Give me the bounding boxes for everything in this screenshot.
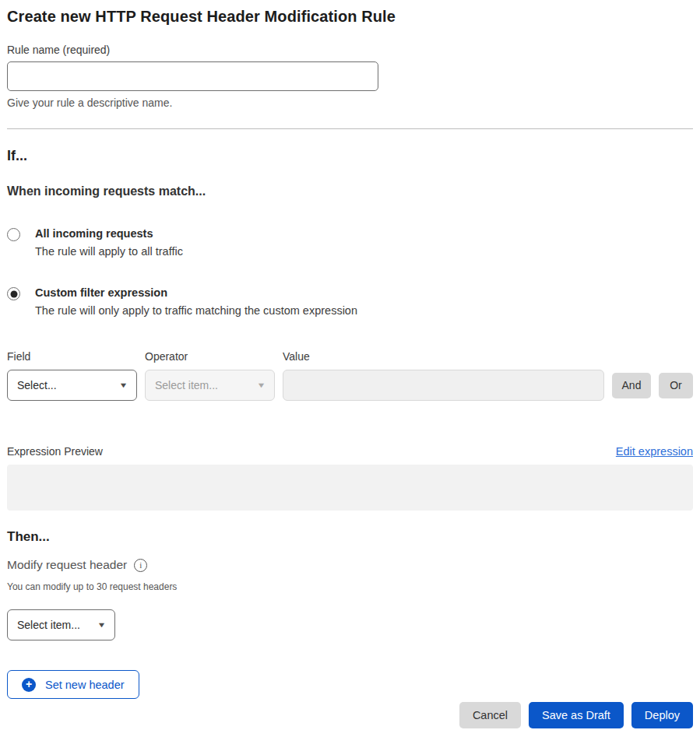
expression-preview-header: Expression Preview Edit expression [7, 445, 693, 458]
field-select[interactable]: Select... ▼ [7, 370, 137, 401]
cancel-button[interactable]: Cancel [459, 702, 521, 728]
expression-preview-box [7, 465, 693, 511]
radio-option-description: The rule will only apply to traffic matc… [35, 304, 357, 317]
radio-option-text: Custom filter expression The rule will o… [35, 286, 357, 317]
info-icon[interactable]: i [134, 559, 147, 572]
expression-preview-label: Expression Preview [7, 445, 103, 458]
radio-option-label: All incoming requests [35, 227, 183, 240]
rule-name-input[interactable] [7, 61, 378, 91]
modify-header-helper: You can modify up to 30 request headers [7, 581, 693, 592]
field-label: Field [7, 350, 137, 363]
radio-option-custom-filter-expression[interactable]: Custom filter expression The rule will o… [7, 286, 693, 317]
value-label: Value [283, 350, 604, 363]
radio-option-description: The rule will apply to all traffic [35, 245, 183, 258]
if-heading: If... [7, 148, 693, 164]
operator-select[interactable]: Select item... ▼ [145, 370, 275, 401]
create-rule-page: Create new HTTP Request Header Modificat… [0, 0, 700, 728]
match-subheading: When incoming requests match... [7, 184, 693, 198]
chevron-down-icon: ▼ [97, 621, 107, 629]
header-item-select[interactable]: Select item... ▼ [7, 609, 115, 640]
deploy-button[interactable]: Deploy [631, 702, 693, 728]
edit-expression-link[interactable]: Edit expression [616, 445, 693, 458]
radio-option-all-incoming-requests[interactable]: All incoming requests The rule will appl… [7, 227, 693, 258]
plus-icon: + [22, 678, 36, 692]
modify-request-header-row: Modify request header i [7, 558, 693, 572]
expression-builder: Field Operator Value Select... ▼ Select … [7, 350, 693, 401]
and-button[interactable]: And [612, 373, 651, 398]
or-button[interactable]: Or [659, 373, 693, 398]
then-heading: Then... [7, 529, 693, 545]
set-new-header-button[interactable]: + Set new header [7, 670, 139, 699]
radio-unselected-icon[interactable] [7, 228, 20, 241]
radio-option-label: Custom filter expression [35, 286, 357, 299]
radio-selected-icon[interactable] [7, 287, 20, 300]
footer-actions: Cancel Save as Draft Deploy [7, 702, 693, 728]
field-select-value: Select... [17, 379, 57, 391]
save-as-draft-button[interactable]: Save as Draft [529, 702, 624, 728]
rule-name-label: Rule name (required) [7, 44, 693, 56]
value-input[interactable] [283, 370, 604, 401]
rule-name-helper: Give your rule a descriptive name. [7, 97, 693, 109]
page-title: Create new HTTP Request Header Modificat… [7, 8, 693, 26]
operator-label: Operator [145, 350, 275, 363]
operator-select-value: Select item... [155, 379, 218, 391]
section-divider [7, 128, 693, 129]
set-new-header-label: Set new header [45, 679, 125, 691]
modify-request-header-label: Modify request header [7, 558, 127, 572]
radio-option-text: All incoming requests The rule will appl… [35, 227, 183, 258]
header-item-select-value: Select item... [17, 619, 80, 631]
chevron-down-icon: ▼ [119, 381, 128, 389]
chevron-down-icon: ▼ [257, 381, 266, 389]
